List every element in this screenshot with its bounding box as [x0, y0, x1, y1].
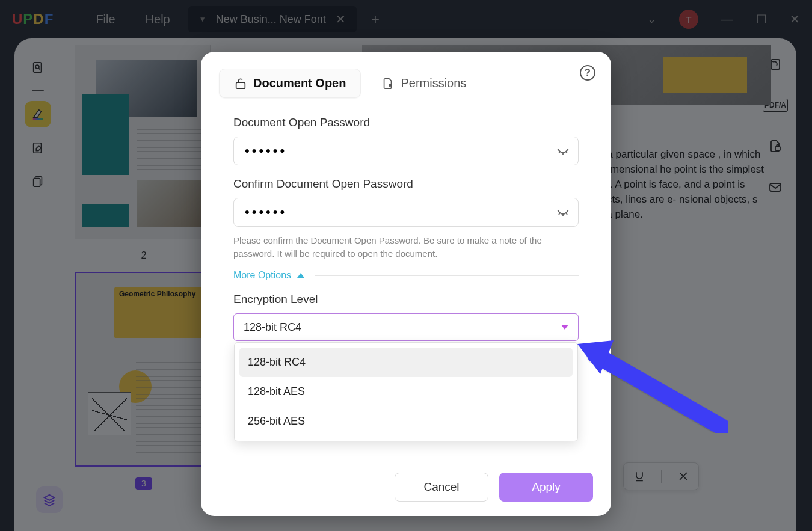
- show-password-icon[interactable]: [556, 144, 570, 158]
- confirm-password-input[interactable]: [233, 198, 579, 227]
- encryption-option[interactable]: 128-bit AES: [239, 377, 573, 407]
- more-options-label: More Options: [233, 270, 291, 281]
- svg-rect-9: [236, 82, 245, 88]
- encryption-label: Encryption Level: [233, 293, 579, 306]
- dropdown-caret-icon: [561, 325, 568, 330]
- chevron-up-icon: [297, 273, 304, 278]
- tab-document-open[interactable]: Document Open: [219, 69, 361, 98]
- apply-button[interactable]: Apply: [499, 473, 593, 502]
- security-modal: ? Document Open Permissions Document Ope…: [201, 52, 611, 516]
- show-confirm-password-icon[interactable]: [556, 205, 570, 219]
- cancel-button[interactable]: Cancel: [395, 473, 488, 502]
- tab-document-open-label: Document Open: [253, 76, 346, 90]
- confirm-password-label: Confirm Document Open Password: [233, 177, 579, 191]
- help-icon[interactable]: ?: [580, 65, 595, 81]
- more-options-toggle[interactable]: More Options: [233, 270, 579, 281]
- encryption-selected-value: 128-bit RC4: [244, 321, 301, 334]
- encryption-dropdown[interactable]: 128-bit RC4 128-bit RC4 128-bit AES 256-…: [233, 313, 579, 341]
- password-label: Document Open Password: [233, 116, 579, 129]
- password-helper-text: Please confirm the Document Open Passwor…: [233, 234, 579, 260]
- tab-permissions[interactable]: Permissions: [367, 69, 481, 98]
- encryption-option[interactable]: 128-bit RC4: [239, 348, 573, 377]
- encryption-option[interactable]: 256-bit AES: [239, 407, 573, 436]
- tab-permissions-label: Permissions: [401, 76, 466, 90]
- encryption-dropdown-list: 128-bit RC4 128-bit AES 256-bit AES: [234, 342, 578, 441]
- password-input[interactable]: [233, 137, 579, 165]
